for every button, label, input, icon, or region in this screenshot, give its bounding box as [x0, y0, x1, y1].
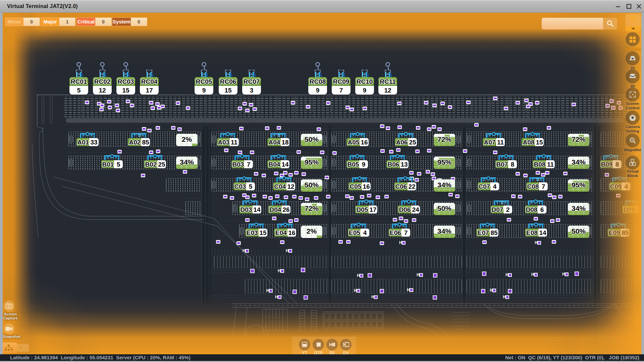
svg-text:7: 7: [247, 161, 251, 168]
svg-text:E04: E04: [275, 229, 287, 236]
svg-text:RC06: RC06: [220, 78, 236, 85]
svg-text:C04: C04: [274, 183, 286, 190]
svg-text:9: 9: [362, 161, 366, 168]
svg-text:9: 9: [316, 87, 320, 94]
svg-text:B05: B05: [347, 161, 359, 168]
svg-text:12: 12: [99, 87, 106, 94]
svg-text:RC08: RC08: [310, 78, 326, 85]
svg-text:7: 7: [404, 229, 408, 236]
svg-text:9: 9: [202, 87, 206, 94]
svg-text:E08: E08: [526, 229, 538, 236]
svg-text:5: 5: [77, 87, 81, 94]
svg-text:RC03: RC03: [118, 78, 134, 85]
svg-text:B06: B06: [388, 161, 399, 168]
svg-text:3: 3: [250, 87, 254, 94]
svg-text:7: 7: [542, 183, 545, 190]
svg-text:D06: D06: [399, 206, 411, 213]
svg-text:A04: A04: [269, 139, 280, 146]
svg-text:A07: A07: [484, 139, 496, 146]
svg-text:4: 4: [363, 229, 367, 236]
svg-text:B01: B01: [102, 161, 114, 168]
svg-text:7: 7: [339, 87, 343, 94]
svg-text:D04: D04: [270, 206, 281, 213]
svg-text:17: 17: [369, 206, 376, 213]
svg-text:RC02: RC02: [94, 78, 111, 85]
svg-text:E03: E03: [247, 229, 258, 236]
svg-text:RC07: RC07: [244, 78, 260, 85]
svg-text:6: 6: [540, 206, 544, 213]
svg-text:4: 4: [493, 183, 497, 190]
svg-text:15: 15: [536, 139, 543, 146]
svg-text:85: 85: [490, 229, 498, 236]
svg-text:RC11: RC11: [380, 78, 396, 85]
svg-text:14: 14: [253, 206, 261, 213]
svg-text:B04: B04: [269, 161, 280, 168]
svg-text:16: 16: [363, 183, 370, 190]
svg-text:RC10: RC10: [357, 78, 373, 85]
svg-text:85: 85: [142, 139, 149, 146]
svg-text:E07: E07: [478, 229, 489, 236]
svg-text:22: 22: [408, 183, 415, 190]
svg-text:D08: D08: [526, 206, 538, 213]
svg-text:A05: A05: [348, 139, 360, 146]
svg-text:A01: A01: [77, 139, 89, 146]
svg-text:13: 13: [400, 161, 408, 168]
svg-text:RC09: RC09: [333, 78, 350, 85]
svg-text:4: 4: [625, 183, 628, 190]
svg-text:B02: B02: [145, 161, 157, 168]
svg-text:24: 24: [412, 206, 419, 213]
svg-text:E09: E09: [609, 229, 620, 236]
svg-text:D07: D07: [492, 206, 503, 213]
svg-text:D09: D09: [624, 206, 635, 213]
svg-text:18: 18: [281, 139, 288, 146]
svg-text:B03: B03: [232, 161, 244, 168]
svg-text:16: 16: [288, 229, 295, 236]
svg-text:8: 8: [511, 161, 515, 168]
svg-text:B08: B08: [534, 161, 546, 168]
svg-text:2: 2: [506, 206, 510, 213]
svg-text:C09: C09: [610, 183, 622, 190]
svg-text:17: 17: [146, 87, 153, 94]
svg-text:25: 25: [409, 139, 416, 146]
svg-text:A02: A02: [129, 139, 141, 146]
svg-text:9: 9: [363, 87, 367, 94]
svg-text:C03: C03: [234, 183, 246, 190]
svg-text:25: 25: [158, 161, 165, 168]
svg-text:RC01: RC01: [71, 78, 87, 85]
svg-text:C07: C07: [479, 183, 490, 190]
svg-text:16: 16: [361, 139, 368, 146]
svg-text:12: 12: [287, 183, 294, 190]
svg-text:85: 85: [622, 229, 629, 236]
svg-text:A06: A06: [396, 139, 408, 146]
svg-text:26: 26: [282, 206, 289, 213]
svg-text:11: 11: [231, 139, 238, 146]
svg-text:15: 15: [259, 229, 267, 236]
svg-text:A08: A08: [523, 139, 535, 146]
svg-text:11: 11: [497, 139, 504, 146]
svg-text:5: 5: [117, 161, 120, 168]
svg-text:B09: B09: [601, 161, 613, 168]
svg-text:15: 15: [224, 87, 232, 94]
svg-text:33: 33: [90, 139, 97, 146]
svg-text:RC04: RC04: [141, 78, 158, 85]
svg-text:C05: C05: [350, 183, 362, 190]
svg-text:RC05: RC05: [196, 78, 212, 85]
svg-text:15: 15: [122, 87, 129, 94]
svg-text:11: 11: [547, 161, 554, 168]
svg-text:D03: D03: [240, 206, 252, 213]
svg-text:5: 5: [249, 183, 253, 190]
svg-text:2: 2: [638, 206, 642, 213]
svg-text:B07: B07: [496, 161, 508, 168]
svg-text:C08: C08: [527, 183, 539, 190]
svg-text:E05: E05: [349, 229, 360, 236]
svg-text:8: 8: [615, 161, 619, 168]
svg-text:12: 12: [384, 87, 391, 94]
svg-text:C06: C06: [395, 183, 407, 190]
svg-text:E06: E06: [390, 229, 401, 236]
svg-text:14: 14: [539, 229, 546, 236]
svg-text:D05: D05: [357, 206, 368, 213]
svg-text:14: 14: [281, 161, 289, 168]
svg-text:A03: A03: [218, 139, 230, 146]
